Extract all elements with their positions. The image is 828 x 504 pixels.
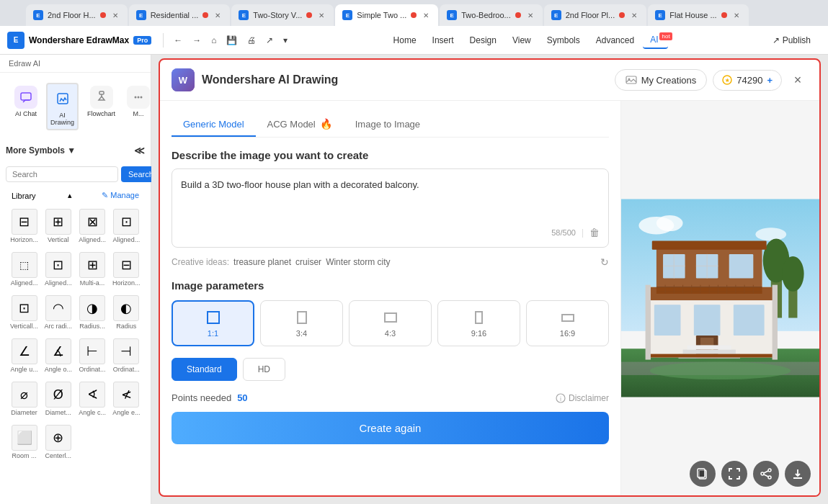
tab-acg-model[interactable]: ACG Model 🔥: [256, 112, 344, 137]
symbol-diamet[interactable]: Ø Diamet...: [43, 379, 74, 419]
tab-2nd-floor-pl[interactable]: E 2nd Floor Pl... ✕: [544, 4, 646, 26]
symbol-horizon[interactable]: ⊟ Horizon...: [9, 206, 40, 246]
tab-close-4[interactable]: ✕: [421, 10, 431, 20]
points-button[interactable]: ★ 74290 +: [713, 70, 782, 91]
dropdown-button[interactable]: ▾: [279, 33, 292, 48]
refresh-ideas-button[interactable]: ↻: [600, 256, 609, 268]
idea-treasure-planet[interactable]: treasure planet: [233, 257, 291, 267]
tab-icon-5: E: [447, 10, 457, 20]
symbol-aligned-1[interactable]: ⊠ Aligned...: [77, 206, 108, 246]
menu-home[interactable]: Home: [386, 32, 424, 48]
symbol-vertically[interactable]: ⊡ Verticall...: [9, 292, 40, 333]
symbol-aligned-3[interactable]: ⬚ Aligned...: [9, 249, 40, 289]
export-button[interactable]: ↗: [262, 33, 277, 48]
symbol-centerl[interactable]: ⊕ Centerl...: [43, 422, 74, 462]
ratio-3-4-button[interactable]: 3:4: [260, 300, 343, 346]
symbol-room[interactable]: ⬜ Room ...: [9, 422, 40, 462]
download-button[interactable]: [785, 461, 811, 487]
symbol-ordinat-2[interactable]: ⊣ Ordinat...: [111, 336, 142, 376]
tab-residential[interactable]: E Residential ... ✕: [129, 4, 231, 26]
tab-dot-4: [411, 12, 417, 18]
menu-ai[interactable]: AI hot: [643, 32, 668, 49]
copy-image-button[interactable]: [690, 461, 716, 487]
fullscreen-button[interactable]: [721, 461, 747, 487]
publish-icon: ↗: [773, 35, 780, 45]
sidebar-item-ai-drawing[interactable]: AI Drawing: [46, 83, 79, 130]
symbol-multi-a[interactable]: ⊞ Multi-a...: [77, 249, 108, 289]
tab-close-5[interactable]: ✕: [525, 10, 535, 20]
create-again-button[interactable]: Create again: [172, 412, 609, 444]
collapse-btn[interactable]: ≪: [134, 145, 145, 156]
menu-view[interactable]: View: [505, 32, 538, 48]
tab-close-3[interactable]: ✕: [316, 10, 326, 20]
idea-cruiser[interactable]: cruiser: [295, 257, 321, 267]
ratio-3-4-icon: [293, 309, 311, 326]
sidebar-more-symbols[interactable]: More Symbols ▼ ≪: [0, 140, 151, 161]
tab-dot-7: [721, 12, 727, 18]
tab-two-story[interactable]: E Two-Story V... ✕: [231, 4, 334, 26]
ratio-4-3-button[interactable]: 4:3: [349, 300, 432, 346]
menu-bar: Home Insert Design View Symbols Advanced…: [386, 32, 669, 49]
flowchart-icon: [90, 86, 113, 109]
svg-text:i: i: [560, 395, 561, 402]
idea-winter-storm[interactable]: Winter storm city: [326, 257, 390, 267]
share-button[interactable]: [753, 461, 779, 487]
forward-button[interactable]: →: [188, 33, 205, 48]
sidebar-item-ai-chat[interactable]: AI Chat: [12, 83, 40, 130]
tab-close-2[interactable]: ✕: [213, 10, 223, 20]
save-button[interactable]: 💾: [222, 33, 241, 48]
tab-generic-model[interactable]: Generic Model: [172, 112, 256, 137]
symbol-radius-1[interactable]: ◑ Radius...: [77, 292, 108, 333]
back-button[interactable]: ←: [169, 33, 187, 48]
publish-button[interactable]: ↗ Publish: [762, 32, 821, 49]
symbol-ordinat-1[interactable]: ⊢ Ordinat...: [77, 336, 108, 376]
menu-advanced[interactable]: Advanced: [589, 32, 641, 48]
tab-close-6[interactable]: ✕: [629, 10, 639, 20]
delete-prompt-button[interactable]: 🗑: [589, 227, 600, 238]
quality-standard-button[interactable]: Standard: [172, 358, 237, 381]
sidebar-item-more[interactable]: M...: [124, 83, 153, 130]
svg-point-62: [650, 362, 791, 379]
tab-close-1[interactable]: ✕: [110, 10, 120, 20]
tab-close-7[interactable]: ✕: [731, 10, 742, 20]
prompt-section-title: Describe the image you want to create: [172, 149, 609, 161]
search-input[interactable]: [6, 166, 118, 182]
close-button[interactable]: ×: [788, 70, 808, 90]
fullscreen-icon: [728, 467, 741, 480]
menu-design[interactable]: Design: [463, 32, 504, 48]
my-creations-button[interactable]: My Creations: [615, 69, 708, 91]
tab-flat-house[interactable]: E Flat House ... ✕: [648, 4, 748, 26]
svg-point-6: [138, 96, 140, 99]
svg-marker-3: [99, 96, 104, 100]
quality-hd-button[interactable]: HD: [243, 358, 285, 381]
symbol-aligned-2[interactable]: ⊡ Aligned...: [111, 206, 142, 246]
menu-insert[interactable]: Insert: [425, 32, 461, 48]
ratio-16-9-button[interactable]: 16:9: [526, 300, 609, 346]
ratio-1-1-button[interactable]: 1:1: [172, 300, 254, 346]
symbol-angle-e[interactable]: ≮ Angle e...: [111, 379, 142, 419]
symbol-box-6: ⊡: [45, 252, 71, 278]
svg-point-5: [135, 96, 137, 99]
sidebar-item-flowchart[interactable]: Flowchart: [84, 83, 118, 130]
tab-simple-two[interactable]: E Simple Two ... ✕: [335, 4, 438, 26]
print-button[interactable]: 🖨: [243, 33, 260, 48]
symbol-horizon-2[interactable]: ⊟ Horizon...: [111, 249, 142, 289]
symbol-radius-2[interactable]: ◐ Radius: [111, 292, 142, 333]
prompt-area[interactable]: Build a 3D two-floor house plan with a d…: [172, 168, 609, 248]
symbol-angle-u[interactable]: ∠ Angle u...: [9, 336, 40, 376]
more-symbols-label: More Symbols ▼: [6, 145, 76, 156]
manage-button[interactable]: ✎ Manage: [102, 191, 139, 200]
home-button[interactable]: ⌂: [207, 33, 221, 48]
symbol-aligned-4[interactable]: ⊡ Aligned...: [43, 249, 74, 289]
disclaimer-button[interactable]: i Disclaimer: [556, 393, 609, 403]
symbol-vertical[interactable]: ⊞ Vertical: [43, 206, 74, 246]
tab-two-bedroom[interactable]: E Two-Bedroo... ✕: [440, 4, 542, 26]
tab-image-to-image[interactable]: Image to Image: [344, 112, 432, 137]
symbol-angle-c[interactable]: ∢ Angle c...: [77, 379, 108, 419]
ratio-9-16-button[interactable]: 9:16: [437, 300, 520, 346]
symbol-arc-radius[interactable]: ◠ Arc radi...: [43, 292, 74, 333]
symbol-angle-o[interactable]: ∡ Angle o...: [43, 336, 74, 376]
menu-symbols[interactable]: Symbols: [540, 32, 587, 48]
tab-2nd-floor[interactable]: E 2nd Floor H... ✕: [26, 4, 128, 26]
symbol-diameter[interactable]: ⌀ Diameter: [9, 379, 40, 419]
